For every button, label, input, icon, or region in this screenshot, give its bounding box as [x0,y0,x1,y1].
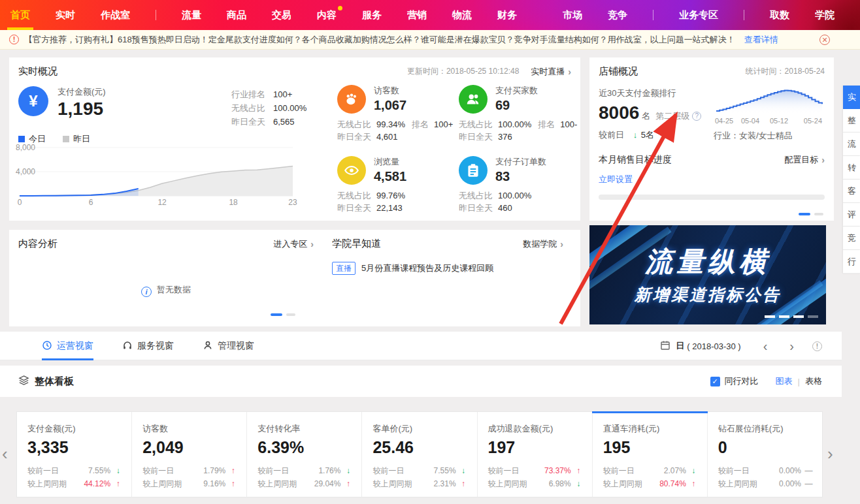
date-value[interactable]: ( 2018-03-30 ) [687,341,740,351]
nav-item-trade[interactable]: 交易 [272,0,291,30]
quick-nav-item-6[interactable]: 评 [843,203,860,227]
nav-item-biz-zone[interactable]: 业务专区 [679,0,718,30]
realtime-live-link[interactable]: 实时直播 [531,66,565,78]
course-item[interactable]: 直播 5月份直播课程预告及历史课程回顾 [332,262,580,275]
prev-date-button[interactable]: ‹ [763,339,768,353]
nav-item-fetch-data[interactable]: 取数 [770,0,789,30]
enter-zone-link[interactable]: 进入专区 [273,238,307,250]
quick-nav-item-7[interactable]: 竞 [843,227,860,250]
pagination-dash[interactable] [793,315,804,318]
metric-card-diamond-spend[interactable]: 钻石展位消耗(元)0较前一日0.00%—较上周同期0.00%— [708,412,822,497]
setup-now-link[interactable]: 立即设置 [599,174,633,185]
quick-nav-item-2[interactable]: 整 [843,109,860,133]
quick-nav-item-5[interactable]: 客 [843,180,860,203]
person-icon [203,340,218,353]
nav-item-service[interactable]: 服务 [362,0,382,30]
tier-label: 第二层级 [655,110,689,122]
nav-item-market[interactable]: 市场 [563,0,582,30]
promo-banner[interactable]: 流量纵横 新增渠道指标公告 [589,225,826,324]
pagination-dash[interactable] [779,315,789,318]
stat-detail-row: 昨日全天22,143 [337,202,459,214]
stat-detail-row: 无线占比100.00%排名100- [459,118,579,131]
nav-item-logistics[interactable]: 物流 [452,0,472,30]
pagination-dash[interactable] [286,313,295,316]
metric-card-payment-amount[interactable]: 支付金额(元)3,335较前一日7.55%↓较上周同期44.12%↑ [17,412,132,497]
banner-pagination[interactable] [761,315,818,318]
x-tick: 05-12 [770,117,788,125]
nav-item-realtime[interactable]: 实时 [56,0,75,30]
chart-view-toggle[interactable]: 图表 [776,375,793,387]
legend-swatch [63,136,69,142]
eye-icon [337,156,366,185]
next-date-button[interactable]: › [789,339,794,353]
y-tick: 4,000 [16,167,35,176]
nav-item-finance[interactable]: 财务 [497,0,517,30]
shop-overview-panel: 店铺概况 统计时间：2018-05-24 近30天支付金额排行 8006 名 第… [589,57,834,221]
realtime-panel-title: 实时概况 [18,65,58,78]
rank-label: 近30天支付金额排行 [599,87,716,99]
side-metric-label: 无线占比 [231,101,273,115]
arrow-down-icon: ↓ [344,464,352,477]
detail-value: 100+ [434,119,453,129]
metric-card-conversion-rate[interactable]: 支付转化率6.39%较前一日1.76%↓较上周同期29.04%↑ [247,412,362,497]
quick-nav-item-8[interactable]: 行 [843,250,860,274]
rank-unit: 名 [642,110,650,122]
nav-item-warroom[interactable]: 作战室 [101,0,130,30]
nav-item-traffic[interactable]: 流量 [182,0,201,30]
nav-item-marketing[interactable]: 营销 [407,0,427,30]
carousel-prev-button[interactable]: ‹ [2,445,8,462]
course-title[interactable]: 5月份直播课程预告及历史课程回顾 [361,262,493,274]
calendar-icon[interactable] [660,339,670,353]
x-tick: 0 [18,198,22,206]
compare-value: 6.98% [549,477,571,490]
pagination-dash-active[interactable] [765,315,775,318]
metric-card-ztc-spend[interactable]: 直通车消耗(元)195较前一日2.07%↓较上周同期80.74%↑ [593,412,708,497]
date-granularity[interactable]: 日 [676,340,684,352]
metric-card-refund-amount[interactable]: 成功退款金额(元)197较前一日73.37%↑较上周同期6.98%↓ [478,412,593,497]
nav-item-home[interactable]: 首页 [10,0,30,30]
carousel-next-button[interactable]: › [827,445,833,462]
quick-nav-item-3[interactable]: 流 [843,133,860,156]
stat-detail-row: 无线占比99.76% [337,189,459,202]
tab-manage[interactable]: 管理视窗 [203,332,254,360]
pagination-dash[interactable] [814,213,823,215]
nav-divider [156,10,156,20]
stat-detail-row: 昨日全天4,601 [337,131,459,143]
compare-label: 较前一日 [257,464,289,477]
notice-detail-link[interactable]: 查看详情 [744,34,778,46]
content-pagination[interactable] [267,313,295,316]
metric-compare-row: 较上周同期44.12%↑ [27,477,122,490]
detail-value: 460 [498,203,512,213]
nav-item-content[interactable]: 内容 [317,0,337,30]
date-info-icon[interactable]: ! [812,341,822,351]
help-icon[interactable]: ? [692,112,701,121]
peer-compare-label: 同行对比 [725,375,759,387]
compare-value: 73.37% [544,464,571,477]
tab-operation[interactable]: 运营视窗 [42,332,93,360]
arrow-down-icon: ↓ [574,477,583,490]
nav-item-compete[interactable]: 竞争 [608,0,627,30]
tab-service[interactable]: 服务视窗 [122,332,174,360]
side-metric-value: 100.00% [273,103,306,113]
x-tick: 12 [157,198,167,206]
stat-head: 访客数1,067 [337,85,459,114]
x-tick: 6 [89,198,93,206]
metric-card-title: 客单价(元) [372,423,467,435]
data-academy-link[interactable]: 数据学院 [523,238,557,250]
pagination-dash[interactable] [808,315,818,318]
detail-label: 无线占比 [459,119,493,129]
pagination-dash-active[interactable] [271,313,282,316]
peer-compare-checkbox[interactable]: ✓ [710,377,720,386]
metric-card-visitors[interactable]: 访客数2,049较前一日1.79%↑较上周同期9.16%↑ [132,412,247,497]
nav-item-academy[interactable]: 学院 [815,0,835,30]
configure-goal-link[interactable]: 配置目标 [784,154,818,166]
quick-nav-item-1[interactable]: 实 [843,86,860,109]
nav-item-goods[interactable]: 商品 [227,0,246,30]
metric-card-avg-order-value[interactable]: 客单价(元)25.46较前一日7.55%↓较上周同期2.31%↑ [362,412,477,497]
quick-nav-item-4[interactable]: 转 [843,156,860,180]
shop-pagination[interactable] [795,213,823,215]
close-icon[interactable]: ✕ [819,35,830,45]
detail-value: 4,601 [376,132,398,142]
table-view-toggle[interactable]: 表格 [805,375,822,387]
pagination-dash-active[interactable] [799,213,810,215]
